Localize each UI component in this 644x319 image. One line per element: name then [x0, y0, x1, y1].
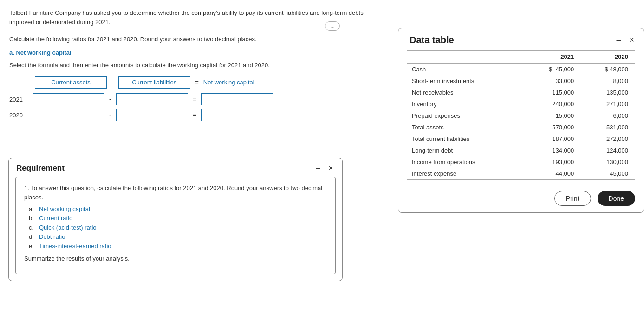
requirement-minimize-button[interactable]: – [314, 164, 322, 172]
row-label-inventory: Inventory [407, 98, 524, 110]
row-val-total-current-liabilities-2021: 187,000 [524, 133, 580, 145]
input-net-working-capital-2021[interactable] [201, 93, 273, 105]
print-button[interactable]: Print [554, 191, 591, 206]
row-val-total-assets-2020: 531,000 [580, 121, 635, 133]
row-label-income-operations: Income from operations [407, 156, 524, 168]
data-row-2020: 2020 - = [9, 109, 371, 121]
formula-current-assets[interactable]: Current assets [35, 76, 107, 89]
data-table-title: Data table [410, 35, 454, 45]
row-label-long-term-debt: Long-term debt [407, 145, 524, 156]
year-label-2020: 2020 [9, 112, 33, 119]
data-table-controls: – × [615, 35, 635, 45]
row-val-interest-expense-2020: 45,000 [580, 168, 635, 180]
row-label-net-receivables: Net receivables [407, 87, 524, 98]
minus-operator-2020: - [109, 111, 111, 119]
table-row: Total current liabilities 187,000 272,00… [407, 133, 635, 145]
year-label-2021: 2021 [9, 96, 33, 103]
row-val-total-current-liabilities-2020: 272,000 [580, 133, 635, 145]
data-row-2021: 2021 - = [9, 93, 371, 105]
data-table-close-button[interactable]: × [628, 35, 635, 45]
calculate-text: Calculate the following ratios for 2021 … [9, 36, 371, 43]
list-item: e. Times-interest-earned ratio [29, 242, 327, 249]
data-table-minimize-button[interactable]: – [615, 35, 622, 45]
input-current-assets-2021[interactable] [33, 93, 104, 105]
requirement-panel: Requirement – × 1. To answer this questi… [8, 158, 343, 281]
list-item: d. Debt ratio [29, 233, 327, 240]
list-item: c. Quick (acid-test) ratio [29, 224, 327, 231]
item-letter-a: a. [29, 205, 36, 212]
input-net-working-capital-2020[interactable] [201, 109, 273, 121]
row-val-inventory-2021: 240,000 [524, 98, 580, 110]
formula-minus-operator: - [111, 79, 114, 86]
requirement-body: 1. To answer this question, calculate th… [15, 177, 336, 274]
formula-current-liabilities[interactable]: Current liabilities [118, 76, 190, 89]
table-row: Total assets 570,000 531,000 [407, 121, 635, 133]
row-label-cash: Cash [407, 64, 524, 76]
data-table-title-bar: Data table – × [398, 28, 644, 50]
row-val-prepaid-2020: 6,000 [580, 110, 635, 121]
table-row: Net receivables 115,000 135,000 [407, 87, 635, 98]
item-letter-d: d. [29, 233, 36, 240]
col-header-label [407, 51, 524, 64]
table-row: Prepaid expenses 15,000 6,000 [407, 110, 635, 121]
row-val-cash-2021: $ 45,000 [524, 64, 580, 76]
data-table-panel: Data table – × 2021 2020 Cash $ 45,000 $… [398, 28, 644, 213]
row-val-short-term-2020: 8,000 [580, 75, 635, 87]
item-text-b: Current ratio [39, 215, 72, 222]
list-item: b. Current ratio [29, 215, 327, 222]
data-table-wrapper: 2021 2020 Cash $ 45,000 $ 48,000 Short-t… [398, 50, 644, 186]
list-item: a. Net working capital [29, 205, 327, 212]
item-letter-c: c. [29, 224, 36, 231]
row-val-net-receivables-2020: 135,000 [580, 87, 635, 98]
equals-2021: = [193, 96, 196, 103]
item-text-a: Net working capital [39, 205, 90, 212]
row-val-net-receivables-2021: 115,000 [524, 87, 580, 98]
data-table: 2021 2020 Cash $ 45,000 $ 48,000 Short-t… [407, 50, 635, 180]
table-row: Cash $ 45,000 $ 48,000 [407, 64, 635, 76]
requirement-controls: – × [314, 164, 335, 172]
intro-text: Tolbert Furniture Company has asked you … [9, 8, 371, 26]
row-val-income-operations-2020: 130,000 [580, 156, 635, 168]
select-formula-text: Select the formula and then enter the am… [9, 62, 371, 69]
formula-header-row: Current assets - Current liabilities = N… [35, 76, 371, 89]
done-button[interactable]: Done [598, 191, 635, 206]
table-row: Income from operations 193,000 130,000 [407, 156, 635, 168]
requirement-summary: Summarize the results of your analysis. [24, 254, 327, 263]
formula-equals-operator: = [195, 79, 199, 86]
requirement-close-button[interactable]: × [327, 164, 335, 172]
row-label-short-term: Short-term investments [407, 75, 524, 87]
equals-2020: = [193, 111, 196, 119]
row-val-long-term-debt-2021: 134,000 [524, 145, 580, 156]
input-current-liabilities-2021[interactable] [116, 93, 188, 105]
item-letter-b: b. [29, 215, 36, 222]
item-text-c: Quick (acid-test) ratio [39, 224, 97, 231]
row-label-total-current-liabilities: Total current liabilities [407, 133, 524, 145]
item-letter-e: e. [29, 242, 36, 249]
requirement-title: Requirement [16, 164, 65, 173]
table-row: Short-term investments 33,000 8,000 [407, 75, 635, 87]
table-row: Long-term debt 134,000 124,000 [407, 145, 635, 156]
item-text-d: Debt ratio [39, 233, 65, 240]
row-val-prepaid-2021: 15,000 [524, 110, 580, 121]
requirement-intro: 1. To answer this question, calculate th… [24, 184, 327, 202]
row-label-total-assets: Total assets [407, 121, 524, 133]
dots-button[interactable]: ... [325, 21, 340, 31]
row-val-income-operations-2021: 193,000 [524, 156, 580, 168]
row-label-prepaid: Prepaid expenses [407, 110, 524, 121]
requirement-title-bar: Requirement – × [9, 158, 342, 177]
row-val-inventory-2020: 271,000 [580, 98, 635, 110]
requirement-list: a. Net working capital b. Current ratio … [29, 205, 327, 249]
row-val-long-term-debt-2020: 124,000 [580, 145, 635, 156]
col-header-2020: 2020 [580, 51, 635, 64]
table-row: Inventory 240,000 271,000 [407, 98, 635, 110]
col-header-2021: 2021 [524, 51, 580, 64]
row-val-total-assets-2021: 570,000 [524, 121, 580, 133]
row-val-short-term-2021: 33,000 [524, 75, 580, 87]
input-current-assets-2020[interactable] [33, 109, 104, 121]
minus-operator-2021: - [109, 96, 111, 103]
input-current-liabilities-2020[interactable] [116, 109, 188, 121]
formula-net-working-capital: Net working capital [203, 79, 254, 86]
data-table-footer: Print Done [398, 186, 644, 212]
row-label-interest-expense: Interest expense [407, 168, 524, 180]
row-val-interest-expense-2021: 44,000 [524, 168, 580, 180]
